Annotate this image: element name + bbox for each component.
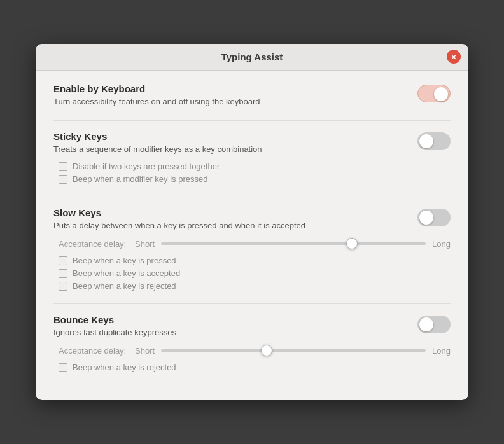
divider-2 [53, 197, 451, 197]
bounce-slider-container[interactable] [161, 345, 426, 356]
section-desc-slow: Puts a delay between when a key is press… [53, 220, 407, 232]
section-row-slow: Slow Keys Puts a delay between when a ke… [53, 207, 451, 232]
toggle-bounce-keys[interactable] [417, 316, 451, 333]
bounce-slider-start: Short [135, 346, 155, 356]
section-text-bounce: Bounce Keys Ignores fast duplicate keypr… [53, 314, 407, 338]
bounce-option-1-row: Beep when a key is rejected [59, 363, 451, 372]
slow-slider-end: Long [432, 239, 451, 249]
section-desc-bounce: Ignores fast duplicate keypresses [53, 327, 407, 338]
slow-keys-options: Acceptance delay: Short Long Beep when a… [59, 238, 451, 291]
sticky-checkbox-1[interactable] [59, 162, 67, 171]
sticky-option-2-label: Beep when a modifier key is pressed [73, 174, 207, 184]
dialog-title: Typing Assist [221, 52, 283, 62]
sticky-option-2-row: Beep when a modifier key is pressed [59, 174, 451, 184]
bounce-slider-label: Acceptance delay: [59, 346, 129, 356]
bounce-keys-options: Acceptance delay: Short Long Beep when a… [59, 345, 451, 372]
toggle-sticky-keys[interactable] [417, 132, 451, 150]
slow-checkbox-3[interactable] [59, 282, 67, 291]
divider-3 [53, 303, 451, 304]
toggle-knob-bounce [419, 317, 433, 331]
close-button[interactable]: × [447, 50, 461, 64]
sticky-checkbox-2[interactable] [59, 175, 67, 184]
section-text-enable: Enable by Keyboard Turn accessibility fe… [53, 83, 407, 108]
section-text-sticky: Sticky Keys Treats a sequence of modifie… [53, 131, 407, 155]
slow-slider-container[interactable] [161, 238, 426, 249]
bounce-slider-track [161, 349, 426, 352]
toggle-wrap-bounce [417, 316, 451, 336]
typing-assist-dialog: Typing Assist × Enable by Keyboard Turn … [36, 44, 468, 401]
divider-1 [53, 120, 451, 121]
bounce-slider-end: Long [432, 346, 451, 356]
slow-option-1-row: Beep when a key is pressed [59, 256, 451, 265]
section-title-enable: Enable by Keyboard [53, 83, 407, 94]
slow-slider-thumb[interactable] [346, 238, 358, 249]
slow-slider-track [161, 242, 426, 245]
dialog-content: Enable by Keyboard Turn accessibility fe… [36, 71, 468, 401]
slow-slider-label: Acceptance delay: [59, 239, 129, 249]
toggle-knob-slow [419, 211, 433, 225]
sticky-option-1-row: Disable if two keys are pressed together [59, 162, 451, 171]
section-bounce-keys: Bounce Keys Ignores fast duplicate keypr… [53, 314, 451, 372]
toggle-knob-sticky [419, 134, 433, 148]
slow-checkbox-1[interactable] [59, 256, 67, 265]
bounce-checkbox-1[interactable] [59, 363, 67, 372]
section-sticky-keys: Sticky Keys Treats a sequence of modifie… [53, 131, 451, 184]
toggle-wrap-slow [417, 209, 451, 229]
bounce-option-1-label: Beep when a key is rejected [73, 363, 176, 372]
slow-keys-slider-row: Acceptance delay: Short Long [59, 238, 451, 249]
toggle-knob-enable [434, 87, 448, 101]
slow-option-1-label: Beep when a key is pressed [73, 256, 176, 265]
section-desc-sticky: Treats a sequence of modifier keys as a … [53, 144, 407, 155]
slow-option-2-label: Beep when a key is accepted [73, 268, 180, 278]
sticky-keys-options: Disable if two keys are pressed together… [59, 162, 451, 184]
slow-checkbox-2[interactable] [59, 269, 67, 278]
section-enable-keyboard: Enable by Keyboard Turn accessibility fe… [53, 83, 451, 108]
section-row-sticky: Sticky Keys Treats a sequence of modifie… [53, 131, 451, 155]
toggle-slow-keys[interactable] [417, 209, 451, 226]
slow-slider-start: Short [135, 239, 155, 249]
section-slow-keys: Slow Keys Puts a delay between when a ke… [53, 207, 451, 291]
section-title-slow: Slow Keys [53, 207, 407, 218]
section-desc-enable: Turn accessibility features on and off u… [53, 96, 407, 108]
bounce-keys-slider-row: Acceptance delay: Short Long [59, 345, 451, 356]
toggle-wrap-enable [417, 85, 451, 105]
slow-option-3-row: Beep when a key is rejected [59, 281, 451, 291]
toggle-wrap-sticky [417, 132, 451, 153]
slow-option-3-label: Beep when a key is rejected [73, 281, 176, 291]
slow-option-2-row: Beep when a key is accepted [59, 268, 451, 278]
title-bar: Typing Assist × [36, 44, 468, 71]
toggle-enable-keyboard[interactable] [417, 85, 451, 102]
section-row-bounce: Bounce Keys Ignores fast duplicate keypr… [53, 314, 451, 338]
bounce-slider-thumb[interactable] [261, 345, 272, 356]
section-title-sticky: Sticky Keys [53, 131, 407, 142]
section-title-bounce: Bounce Keys [53, 314, 407, 325]
sticky-option-1-label: Disable if two keys are pressed together [73, 162, 220, 171]
section-text-slow: Slow Keys Puts a delay between when a ke… [53, 207, 407, 232]
section-row-enable: Enable by Keyboard Turn accessibility fe… [53, 83, 451, 108]
